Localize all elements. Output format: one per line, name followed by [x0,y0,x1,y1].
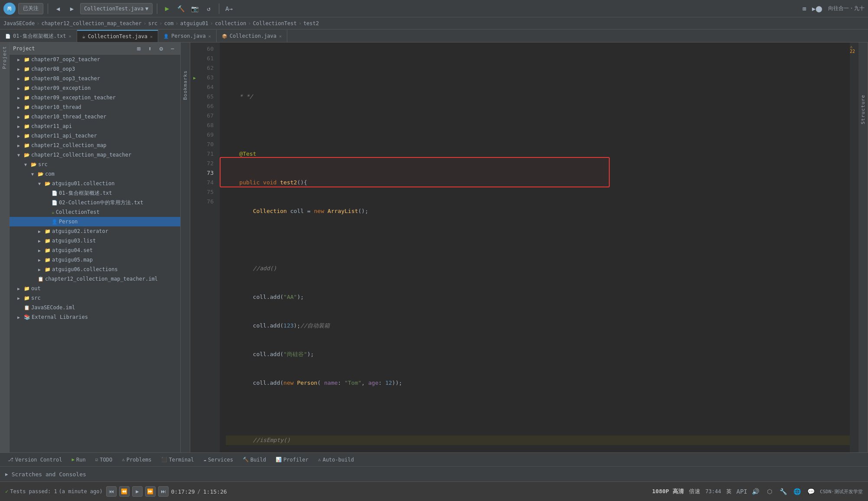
tree-item-com[interactable]: ▼ 📂 com [10,169,180,179]
tab-collectiontest[interactable]: ☕ CollectionTest.java ✕ [77,30,159,42]
run-button[interactable]: ▶ [162,3,173,14]
tree-item-atguigu02[interactable]: ▶ 📁 atguigu02.iterator [10,226,180,236]
code-line-63: public void test2(){ [226,178,850,187]
code-indent-67: coll.add( [226,292,283,302]
str-tom-70: "Tom" [345,378,361,388]
tree-item-srcroot[interactable]: ▶ 📁 src [10,293,180,303]
bottom-tab-auto-build[interactable]: ⚠ Auto-build [314,455,358,464]
code-line-64: Collection coll = new ArrayList(); [226,206,850,216]
tab-collection[interactable]: 📦 Collection.java ✕ [217,30,287,42]
code-container[interactable]: ▶ 60 61 62 63 64 [190,43,858,452]
tab-txt[interactable]: 📄 01-集合框架概述.txt ✕ [0,30,77,42]
tree-item-atguigu05[interactable]: ▶ 📁 atguigu05.map [10,255,180,265]
terminal-label: Terminal [169,457,194,463]
tab-collectiontest-label: CollectionTest.java [88,33,147,39]
code-line-61 [226,121,850,130]
bottom-tab-todo[interactable]: ☑ TODO [91,455,117,464]
bottom-tab-profiler[interactable]: 📊 Profiler [271,455,313,464]
tab-person[interactable]: 👤 Person.java ✕ [158,30,217,42]
play-button[interactable]: ▶ [132,486,143,497]
breadcrumb-item-atguigu01[interactable]: atguigu01 [180,20,208,26]
translate-button[interactable]: A→ [224,3,235,14]
record-button[interactable]: ▶⬤ [812,3,823,14]
tab-collection-close[interactable]: ✕ [279,34,282,39]
bottom-tab-terminal[interactable]: ⬛ Terminal [157,455,198,464]
refresh-button[interactable]: ↺ [203,3,215,14]
str-aa-67: "AA" [283,292,297,302]
tree-item-chapter12t[interactable]: ▼ 📂 chapter12_collection_map_teacher [10,150,180,160]
tree-item-file01[interactable]: 📄 01-集合框架概述.txt [10,188,180,198]
tree-item-atguigu04[interactable]: ▶ 📁 atguigu04.set [10,246,180,255]
settings-icon[interactable]: 🔧 [778,486,789,497]
tab-txt-close[interactable]: ✕ [69,34,72,39]
tree-item-person[interactable]: 👤 Person [10,217,180,226]
tree-item-src[interactable]: ▼ 📂 src [10,160,180,169]
tree-item-chapter10t[interactable]: ▶ 📁 chapter10_thread_teacher [10,112,180,121]
project-close-button[interactable]: − [168,44,177,53]
scratches-label[interactable]: Scratches and Consoles [12,471,86,478]
camera-button[interactable]: 📷 [189,3,201,14]
bottom-tab-problems[interactable]: ⚠ Problems [117,455,156,464]
tree-item-javasecodeiml[interactable]: 📋 JavaSECode.iml [10,303,180,312]
bookmark-label[interactable]: Bookmarks [182,69,189,102]
tree-item-chapter09[interactable]: ▶ 📁 chapter09_exception [10,83,180,93]
tree-item-atguigu06[interactable]: ▶ 📁 atguigu06.collections [10,265,180,274]
tree-item-chapter09t[interactable]: ▶ 📁 chapter09_exception_teacher [10,93,180,102]
folder-icon-chapter09t: 📁 [24,95,30,101]
code-editor[interactable]: * */ @Test public void test2(){ Collecti… [220,43,850,452]
tree-item-chapter07[interactable]: ▶ 📁 chapter07_oop2_teacher [10,55,180,64]
volume-icon[interactable]: 🔊 [751,486,761,497]
breadcrumb-item-src[interactable]: src [148,20,158,26]
bottom-tab-services[interactable]: ☁ Services [199,455,237,464]
file-selector[interactable]: CollectionTest.java ▼ [80,3,153,14]
tree-item-collectiontest[interactable]: ☕ CollectionTest [10,207,180,217]
globe-icon[interactable]: 🌐 [792,486,803,497]
project-panel-toggle[interactable]: Project [0,43,10,452]
tree-item-chapter08[interactable]: ▶ 📁 chapter08_oop3 [10,64,180,74]
follow-button[interactable]: 已关注 [18,3,43,14]
build-button[interactable]: 🔨 [176,3,187,14]
structure-label[interactable]: Structure [860,95,866,124]
scratches-arrow[interactable]: ▶ [5,472,8,477]
colon2-70: : [378,378,385,388]
prev-button[interactable]: ⏪ [119,486,130,497]
project-layout-button[interactable]: ⊞ [134,44,143,53]
tree-item-file02[interactable]: 📄 02-Collection中的常用方法.txt [10,198,180,207]
tree-item-chapter12[interactable]: ▶ 📁 chapter12_collection_map [10,141,180,150]
tree-item-chapter08t[interactable]: ▶ 📁 chapter08_oop3_teacher [10,74,180,83]
profiler-label: Profiler [283,457,309,463]
api-icon[interactable]: API [737,486,747,497]
breadcrumb-item-collectiontest[interactable]: CollectionTest [253,20,297,26]
breadcrumb-item-test2[interactable]: test2 [303,20,319,26]
folder-icon-atguigu01: 📂 [45,181,51,187]
project-sort-button[interactable]: ⚙ [157,44,166,53]
network-icon[interactable]: ⬡ [764,486,775,497]
nav-forward-button[interactable]: ▶ [66,3,78,14]
bottom-tab-run[interactable]: ▶ Run [67,455,90,464]
project-collapse-button[interactable]: ⬆ [146,44,154,53]
tree-item-atguigu01[interactable]: ▼ 📂 atguigu01.collection [10,179,180,188]
breadcrumb-item-chapter12[interactable]: chapter12_collection_map_teacher [41,20,141,26]
nav-back-button[interactable]: ◀ [52,3,64,14]
tree-item-iml[interactable]: 📋 chapter12_collection_map_teacher.iml [10,274,180,284]
bottom-tab-version-control[interactable]: ⎇ Version Control [3,455,66,464]
breadcrumb-item-collection[interactable]: collection [215,20,246,26]
tree-item-out[interactable]: ▶ 📁 out [10,284,180,293]
chat-icon[interactable]: 💬 [806,486,816,497]
tree-arrow-chapter11: ▶ [17,124,23,129]
skip-start-button[interactable]: ⏮ [106,486,117,497]
breadcrumb-item-javaecode[interactable]: JavaSECode [3,20,35,26]
tree-item-extlibs[interactable]: ▶ 📚 External Libraries [10,312,180,322]
code-line-60: * */ [226,92,850,102]
tree-item-chapter10[interactable]: ▶ 📁 chapter10_thread [10,102,180,112]
skip-end-button[interactable]: ⏭ [158,486,169,497]
tree-item-atguigu03[interactable]: ▶ 📁 atguigu03.list [10,236,180,246]
tab-person-close[interactable]: ✕ [208,34,211,39]
tree-item-chapter11t[interactable]: ▶ 📁 chapter11_api_teacher [10,131,180,141]
expand-button[interactable]: ⊞ [799,3,810,14]
next-button[interactable]: ⏩ [145,486,156,497]
breadcrumb-item-com[interactable]: com [164,20,174,26]
tree-item-chapter11[interactable]: ▶ 📁 chapter11_api [10,121,180,131]
tab-collectiontest-close[interactable]: ✕ [150,34,153,39]
bottom-tab-build[interactable]: 🔨 Build [238,455,270,464]
